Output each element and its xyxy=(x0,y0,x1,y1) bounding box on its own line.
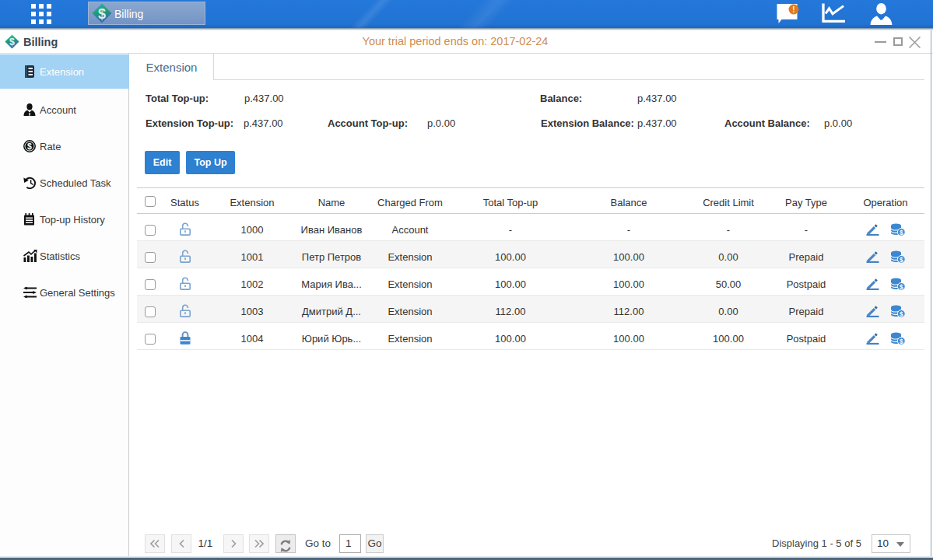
svg-text:!: ! xyxy=(792,5,794,14)
svg-text:$: $ xyxy=(900,282,903,290)
svg-text:$: $ xyxy=(97,6,105,22)
svg-text:$: $ xyxy=(900,255,903,263)
svg-text:$: $ xyxy=(900,310,903,317)
svg-text:$: $ xyxy=(27,142,32,151)
svg-text:$: $ xyxy=(900,228,903,236)
svg-text:$: $ xyxy=(900,337,903,345)
